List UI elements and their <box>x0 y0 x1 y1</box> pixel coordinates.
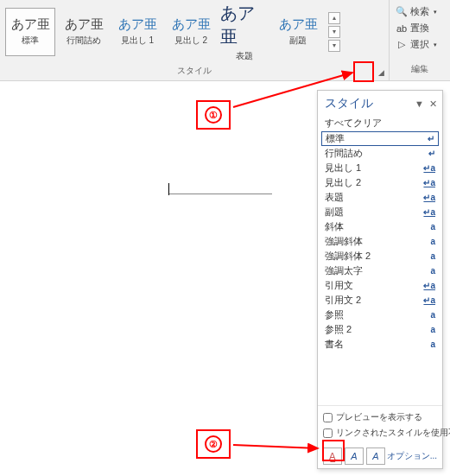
edit-item-icon: ab <box>396 22 408 35</box>
show-preview-checkbox[interactable]: プレビューを表示する <box>323 409 437 425</box>
new-style-button[interactable]: A̲ <box>323 447 342 465</box>
edit-group-label: 編集 <box>393 61 447 77</box>
style-list-item[interactable]: 書名a <box>321 337 439 352</box>
edit-item-icon: ▷ <box>396 39 408 51</box>
style-list-item[interactable]: 斜体a <box>321 219 439 234</box>
style-gallery-item[interactable]: あア亜見出し 1 <box>112 8 162 56</box>
style-name: 強調斜体 <box>325 235 363 248</box>
style-list-item[interactable]: 参照 2a <box>321 322 439 337</box>
styles-dialog-launcher-icon[interactable]: ◢ <box>375 67 387 79</box>
style-name: 参照 <box>325 308 344 321</box>
style-gallery: あア亜標準あア亜行間詰めあア亜見出し 1あア亜見出し 2あア亜表題あア亜副題 ▴… <box>0 0 389 63</box>
style-gallery-item[interactable]: あア亜副題 <box>273 8 323 56</box>
style-label-text: 行間詰め <box>67 35 101 47</box>
gallery-up-button[interactable]: ▴ <box>328 12 340 24</box>
style-type-icon: ↵a <box>423 193 435 202</box>
style-preview-text: あア亜 <box>65 16 104 33</box>
style-list-item[interactable]: 引用文 2↵a <box>321 293 439 308</box>
style-label-text: 表題 <box>236 50 253 62</box>
edit-item-label: 選択 <box>410 38 429 51</box>
document-area[interactable] <box>0 81 316 476</box>
style-inspector-button[interactable]: A <box>345 447 364 465</box>
style-type-icon: ↵ <box>428 134 434 143</box>
style-name: 引用文 2 <box>325 294 361 307</box>
style-list-item[interactable]: 行間詰め↵ <box>321 146 439 161</box>
style-list-item[interactable]: 参照a <box>321 308 439 322</box>
pane-close-icon[interactable]: ✕ <box>429 98 437 110</box>
style-list-item[interactable]: 強調斜体 2a <box>321 249 439 263</box>
ribbon: あア亜標準あア亜行間詰めあア亜見出し 1あア亜見出し 2あア亜表題あア亜副題 ▴… <box>0 0 450 81</box>
style-gallery-item[interactable]: あア亜標準 <box>5 8 55 56</box>
style-name: 標準 <box>326 132 345 145</box>
style-label-text: 副題 <box>289 35 307 47</box>
styles-pane: スタイル ▼ ✕ すべてクリア 標準↵行間詰め↵見出し 1↵a見出し 2↵a表題… <box>317 90 443 469</box>
style-label-text: 見出し 1 <box>121 35 154 47</box>
style-gallery-item[interactable]: あア亜表題 <box>219 8 269 56</box>
style-name: 引用文 <box>325 279 353 292</box>
edit-item-label: 検索 <box>410 5 429 18</box>
style-name: 見出し 1 <box>325 162 361 175</box>
styles-group-label: スタイル ◢ <box>0 63 389 80</box>
edit-group: 🔍検索▾ab置換▷選択▾ 編集 <box>390 0 450 80</box>
style-type-icon: a <box>430 237 435 246</box>
style-list-item[interactable]: 標準↵ <box>321 131 439 146</box>
style-type-icon: ↵a <box>423 295 435 305</box>
style-list-item[interactable]: 引用文↵a <box>321 278 439 293</box>
style-preview-text: あア亜 <box>172 16 211 33</box>
style-name: 斜体 <box>325 220 344 233</box>
style-preview-text: あア亜 <box>279 16 318 33</box>
style-type-icon: ↵ <box>428 149 435 158</box>
style-type-icon: ↵a <box>423 207 435 217</box>
style-name: 強調太字 <box>325 264 363 277</box>
style-list-item[interactable]: 見出し 1↵a <box>321 161 439 175</box>
style-type-icon: a <box>430 340 435 349</box>
style-type-icon: a <box>430 325 435 334</box>
style-list-item[interactable]: 強調斜体a <box>321 234 439 249</box>
gallery-down-button[interactable]: ▾ <box>328 26 340 38</box>
edit-menu-item[interactable]: ▷選択▾ <box>393 36 447 53</box>
edit-menu-item[interactable]: 🔍検索▾ <box>393 3 447 20</box>
style-list-item[interactable]: 副題↵a <box>321 205 439 219</box>
dropdown-icon: ▾ <box>434 41 437 48</box>
style-type-icon: a <box>430 266 435 276</box>
style-name: 参照 2 <box>325 323 352 336</box>
style-list-item[interactable]: 強調太字a <box>321 263 439 278</box>
style-type-icon: a <box>430 310 435 320</box>
manage-styles-button[interactable]: A <box>366 447 385 465</box>
style-name: 表題 <box>325 191 344 204</box>
style-gallery-item[interactable]: あア亜見出し 2 <box>166 8 216 56</box>
dropdown-icon: ▾ <box>434 9 437 16</box>
style-list: 標準↵行間詰め↵見出し 1↵a見出し 2↵a表題↵a副題↵a斜体a強調斜体a強調… <box>318 131 442 405</box>
edit-item-icon: 🔍 <box>396 6 408 18</box>
style-preview-text: あア亜 <box>220 2 269 48</box>
style-name: 行間詰め <box>325 147 363 160</box>
style-type-icon: a <box>430 251 435 261</box>
text-cursor <box>168 194 272 194</box>
style-name: 見出し 2 <box>325 176 361 189</box>
style-label-text: 見出し 2 <box>174 35 207 47</box>
options-link[interactable]: オプション... <box>387 450 437 462</box>
edit-menu-item[interactable]: ab置換 <box>393 20 447 36</box>
style-gallery-item[interactable]: あア亜行間詰め <box>59 8 109 56</box>
style-type-icon: ↵a <box>423 163 435 173</box>
gallery-more-button[interactable]: ▾ <box>328 40 340 52</box>
styles-group: あア亜標準あア亜行間詰めあア亜見出し 1あア亜見出し 2あア亜表題あア亜副題 ▴… <box>0 0 389 80</box>
style-type-icon: ↵a <box>423 281 435 290</box>
style-type-icon: a <box>430 222 435 232</box>
style-label-text: 標準 <box>22 35 39 47</box>
disable-linked-checkbox[interactable]: リンクされたスタイルを使用不可にする <box>323 425 437 441</box>
edit-item-label: 置換 <box>410 22 429 35</box>
style-type-icon: ↵a <box>423 178 435 187</box>
style-preview-text: あア亜 <box>118 16 157 33</box>
style-preview-text: あア亜 <box>11 16 50 33</box>
gallery-scroll: ▴ ▾ ▾ <box>326 9 342 55</box>
style-name: 書名 <box>325 338 344 351</box>
style-name: 強調斜体 2 <box>325 250 371 263</box>
pane-menu-icon[interactable]: ▼ <box>415 98 424 110</box>
style-list-item[interactable]: 表題↵a <box>321 190 439 205</box>
pane-title: スタイル <box>325 96 373 111</box>
style-name: 副題 <box>325 206 344 219</box>
clear-all-button[interactable]: すべてクリア <box>318 113 442 131</box>
style-list-item[interactable]: 見出し 2↵a <box>321 175 439 190</box>
